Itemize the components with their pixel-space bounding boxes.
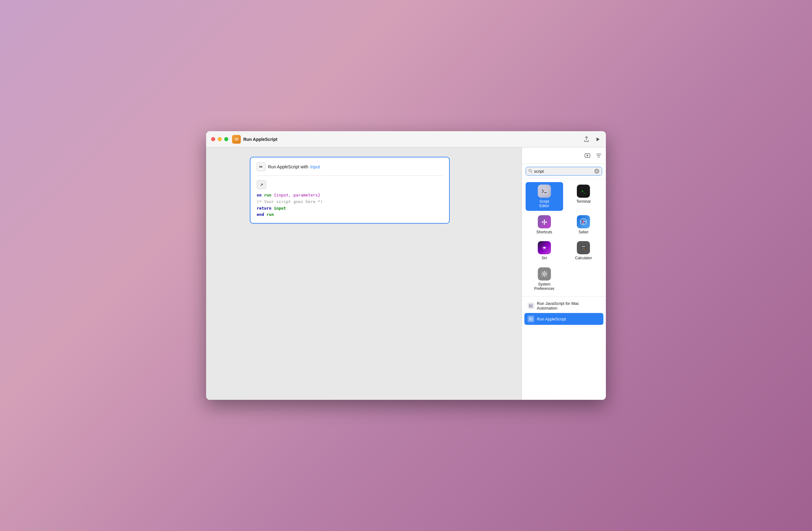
calculator-label: Calculator xyxy=(575,256,592,260)
keyword-end-run: run xyxy=(266,212,274,217)
sidebar: × ScriptEditor xyxy=(522,147,606,400)
app-item-safari[interactable]: Safari xyxy=(565,213,603,237)
actions-list: Run JavaScript for Mac Automation Run Ap… xyxy=(522,297,606,327)
add-icon xyxy=(584,153,591,159)
siri-icon xyxy=(538,241,551,254)
system-prefs-icon xyxy=(538,267,551,281)
script-editor-label: ScriptEditor xyxy=(539,199,549,209)
svg-rect-8 xyxy=(540,187,548,195)
code-block: on run {input, parameters} (* Your scrip… xyxy=(257,192,443,218)
main-content: ✏ Run AppleScript withInput ↗ on run {in… xyxy=(206,147,606,400)
share-icon xyxy=(584,137,589,142)
safari-label: Safari xyxy=(579,230,589,234)
code-params: {input, parameters} xyxy=(274,193,320,197)
svg-rect-17 xyxy=(581,246,585,247)
svg-line-7 xyxy=(531,171,532,172)
svg-point-23 xyxy=(584,249,585,249)
add-action-button[interactable] xyxy=(584,152,591,159)
window-title: Run AppleScript xyxy=(243,137,277,142)
traffic-lights xyxy=(211,137,228,141)
siri-label: Siri xyxy=(541,256,547,260)
script-divider xyxy=(257,175,443,176)
keyword-end: end xyxy=(257,212,264,217)
script-block-icon: ✏ xyxy=(257,162,265,171)
play-icon xyxy=(595,137,600,142)
titlebar: ✉ Run AppleScript xyxy=(206,131,606,147)
svg-point-19 xyxy=(583,248,584,249)
sidebar-toolbar xyxy=(522,147,606,164)
action-run-javascript[interactable]: Run JavaScript for Mac Automation xyxy=(524,299,604,313)
app-item-calculator[interactable]: Calculator xyxy=(565,239,603,263)
code-line-3: return input xyxy=(257,205,443,212)
svg-point-20 xyxy=(584,248,585,249)
search-clear-button[interactable]: × xyxy=(594,169,599,174)
run-applescript-icon xyxy=(527,315,534,322)
search-input[interactable] xyxy=(534,169,592,174)
calculator-icon xyxy=(577,241,590,254)
filter-button[interactable] xyxy=(595,152,602,159)
svg-rect-26 xyxy=(529,304,533,308)
run-javascript-label: Run JavaScript for Mac Automation xyxy=(537,301,600,311)
app-icon: ✉ xyxy=(232,135,241,144)
app-item-terminal[interactable]: >_ Terminal xyxy=(565,182,603,211)
app-item-system-prefs[interactable]: SystemPreferences xyxy=(526,265,563,293)
svg-rect-27 xyxy=(529,317,533,321)
search-icon xyxy=(528,169,532,174)
safari-icon xyxy=(577,215,590,228)
terminal-icon: >_ xyxy=(577,185,590,198)
filter-icon xyxy=(596,153,602,159)
app-item-shortcuts[interactable]: Shortcuts xyxy=(526,213,563,237)
run-javascript-icon xyxy=(527,302,534,309)
play-button[interactable] xyxy=(595,136,601,142)
svg-point-18 xyxy=(582,248,582,249)
script-block-header: ✏ Run AppleScript withInput xyxy=(257,162,443,171)
svg-point-15 xyxy=(543,247,545,249)
shortcuts-icon xyxy=(538,215,551,228)
script-block: ✏ Run AppleScript withInput ↗ on run {in… xyxy=(250,157,450,224)
app-grid: ScriptEditor >_ Terminal Sh xyxy=(522,179,606,297)
script-editor-icon xyxy=(538,185,551,198)
svg-point-22 xyxy=(583,249,584,249)
run-applescript-label: Run AppleScript xyxy=(537,317,566,321)
search-box: × xyxy=(526,167,602,175)
canvas-area: ✏ Run AppleScript withInput ↗ on run {in… xyxy=(206,147,522,400)
keyword-on: on xyxy=(257,193,262,197)
tool-button[interactable]: ↗ xyxy=(257,180,266,189)
main-window: ✉ Run AppleScript ✏ Run Ap xyxy=(206,131,606,400)
share-button[interactable] xyxy=(583,136,590,142)
script-block-title: Run AppleScript withInput xyxy=(268,164,320,169)
system-prefs-label: SystemPreferences xyxy=(534,282,554,291)
svg-point-21 xyxy=(582,249,582,249)
code-comment: (* Your script goes here *) xyxy=(257,199,323,204)
svg-point-25 xyxy=(544,273,545,275)
keyword-run: run xyxy=(264,193,271,197)
code-line-1: on run {input, parameters} xyxy=(257,192,443,199)
terminal-label: Terminal xyxy=(577,199,591,204)
minimize-button[interactable] xyxy=(218,137,222,141)
maximize-button[interactable] xyxy=(224,137,228,141)
shortcuts-label: Shortcuts xyxy=(536,230,552,234)
app-item-siri[interactable]: Siri xyxy=(526,239,563,263)
keyword-return: return xyxy=(257,206,271,211)
code-line-2: (* Your script goes here *) xyxy=(257,199,443,205)
close-button[interactable] xyxy=(211,137,215,141)
var-input: input xyxy=(274,206,286,211)
app-item-script-editor[interactable]: ScriptEditor xyxy=(526,182,563,211)
titlebar-actions xyxy=(583,136,601,142)
code-line-4: end run xyxy=(257,212,443,218)
search-container: × xyxy=(522,164,606,179)
input-badge: Input xyxy=(310,164,320,169)
action-run-applescript[interactable]: Run AppleScript xyxy=(524,313,604,325)
